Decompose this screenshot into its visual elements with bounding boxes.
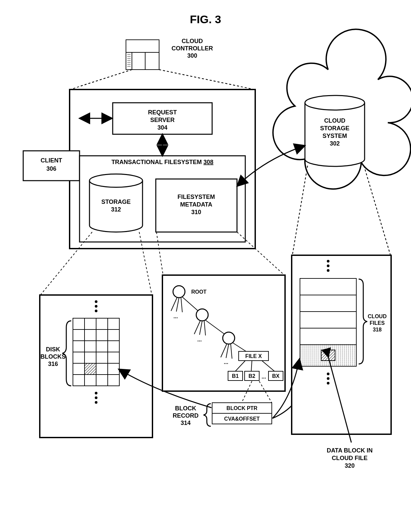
svg-text:302: 302 bbox=[330, 140, 340, 147]
svg-point-116 bbox=[95, 401, 97, 404]
svg-point-87 bbox=[95, 305, 97, 308]
svg-text:FILES: FILES bbox=[370, 320, 385, 326]
svg-text:304: 304 bbox=[157, 124, 167, 131]
svg-text:CLIENT: CLIENT bbox=[41, 157, 62, 164]
controller-title1: CLOUD bbox=[182, 38, 203, 44]
svg-text:...: ... bbox=[262, 374, 266, 380]
svg-point-88 bbox=[95, 300, 97, 303]
cloud-controller-icon bbox=[126, 40, 159, 70]
svg-text:CLOUD: CLOUD bbox=[324, 117, 345, 124]
svg-text:DATA BLOCK IN: DATA BLOCK IN bbox=[327, 447, 373, 454]
svg-text:306: 306 bbox=[46, 165, 56, 172]
svg-text:320: 320 bbox=[345, 462, 355, 469]
svg-point-129 bbox=[196, 309, 208, 321]
svg-rect-4 bbox=[126, 40, 159, 52]
svg-point-122 bbox=[173, 286, 185, 298]
svg-point-115 bbox=[95, 396, 97, 399]
svg-rect-183 bbox=[300, 312, 356, 328]
figure-title: FIG. 3 bbox=[190, 13, 221, 26]
svg-text:ROOT: ROOT bbox=[191, 289, 206, 295]
svg-point-68 bbox=[89, 174, 143, 187]
svg-text:STORAGE: STORAGE bbox=[101, 199, 131, 205]
svg-text:SYSTEM: SYSTEM bbox=[323, 133, 347, 139]
svg-text:B2: B2 bbox=[249, 373, 256, 379]
svg-text:BLOCK PTR: BLOCK PTR bbox=[226, 405, 258, 411]
svg-rect-182 bbox=[300, 295, 356, 312]
svg-rect-113 bbox=[85, 363, 96, 375]
svg-point-189 bbox=[327, 382, 329, 384]
svg-rect-5 bbox=[126, 52, 132, 70]
controller-title2: CONTROLLER bbox=[172, 45, 213, 52]
svg-text:CLOUD: CLOUD bbox=[368, 314, 387, 319]
svg-text:...: ... bbox=[224, 359, 228, 365]
svg-text:METADATA: METADATA bbox=[180, 201, 212, 208]
svg-rect-6 bbox=[132, 52, 145, 70]
svg-text:B1: B1 bbox=[232, 373, 239, 379]
svg-rect-181 bbox=[300, 278, 356, 295]
svg-rect-7 bbox=[145, 52, 159, 70]
svg-text:318: 318 bbox=[373, 327, 382, 332]
svg-point-187 bbox=[327, 373, 329, 375]
svg-line-198 bbox=[364, 166, 390, 255]
svg-line-163 bbox=[364, 166, 390, 255]
svg-text:FILESYSTEM: FILESYSTEM bbox=[177, 194, 215, 200]
svg-text:BX: BX bbox=[272, 373, 280, 379]
svg-text:RECORD: RECORD bbox=[173, 412, 199, 419]
svg-point-188 bbox=[327, 377, 329, 380]
block-record: BLOCK PTR CVA&OFFSET bbox=[212, 403, 272, 424]
svg-point-179 bbox=[327, 265, 329, 267]
svg-point-180 bbox=[327, 260, 329, 263]
svg-point-178 bbox=[327, 269, 329, 272]
controller-num: 300 bbox=[187, 52, 197, 59]
svg-text:316: 316 bbox=[48, 361, 58, 367]
svg-text:BLOCK: BLOCK bbox=[175, 405, 196, 412]
svg-point-135 bbox=[223, 332, 235, 344]
svg-text:STORAGE: STORAGE bbox=[320, 125, 350, 132]
svg-text:DISK: DISK bbox=[46, 346, 60, 353]
svg-text:BLOCKS: BLOCKS bbox=[40, 353, 66, 360]
svg-text:...: ... bbox=[197, 337, 202, 342]
svg-point-79 bbox=[305, 95, 365, 110]
svg-text:314: 314 bbox=[181, 420, 191, 426]
svg-rect-184 bbox=[300, 328, 356, 345]
svg-text:CLOUD FILE: CLOUD FILE bbox=[332, 455, 368, 461]
svg-point-114 bbox=[95, 392, 97, 394]
svg-text:...: ... bbox=[173, 314, 178, 319]
svg-text:FILE X: FILE X bbox=[245, 353, 262, 359]
svg-rect-186 bbox=[321, 350, 335, 361]
svg-text:312: 312 bbox=[111, 206, 121, 213]
svg-text:CVA&OFFSET: CVA&OFFSET bbox=[224, 416, 260, 422]
svg-text:REQUEST: REQUEST bbox=[148, 109, 177, 116]
svg-text:SERVER: SERVER bbox=[150, 117, 175, 123]
svg-text:310: 310 bbox=[191, 209, 201, 215]
svg-point-86 bbox=[95, 310, 97, 312]
svg-line-121 bbox=[237, 232, 284, 275]
svg-line-197 bbox=[292, 166, 308, 255]
svg-text:TRANSACTIONAL FILESYSTEM 308: TRANSACTIONAL FILESYSTEM 308 bbox=[111, 159, 213, 165]
